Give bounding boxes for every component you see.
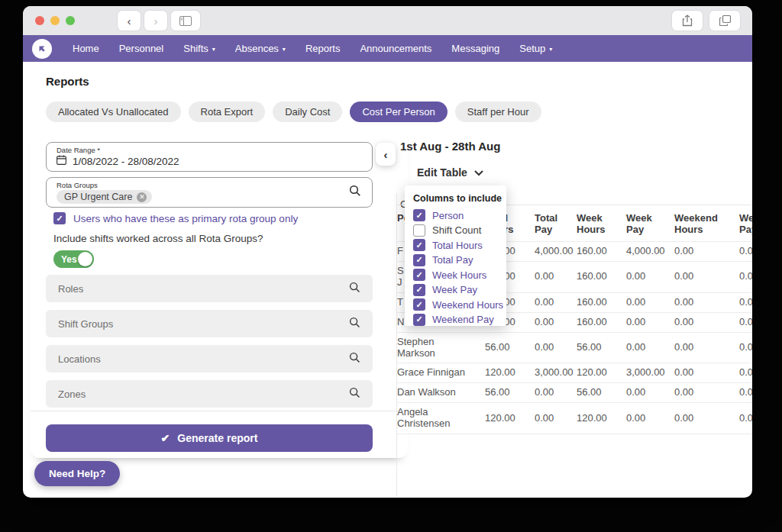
value-cell: 160.00 <box>577 292 626 312</box>
column-menu-item[interactable]: Weekend Hours <box>413 298 506 311</box>
value-cell: 56.00 <box>485 383 535 403</box>
person-name-cell: Dan Walkson <box>397 383 485 403</box>
nav-item[interactable]: Absences ▾ <box>225 35 296 62</box>
value-cell: 0.00 <box>739 292 752 312</box>
table-row: Stephen Markson56.000.0056.000.000.000.0… <box>397 332 752 363</box>
report-tab[interactable]: Daily Cost <box>273 102 342 122</box>
value-cell: 0.00 <box>535 332 577 363</box>
search-icon <box>349 387 360 401</box>
checkbox-icon <box>413 284 425 296</box>
nav-item[interactable]: Personnel ▾ <box>109 35 174 62</box>
checkbox-icon <box>413 254 425 266</box>
rota-group-tag: GP Urgent Care ✕ <box>57 190 152 204</box>
value-cell: 0.00 <box>674 383 739 403</box>
checkbox-icon <box>413 239 425 251</box>
search-icon <box>349 282 360 296</box>
value-cell: 120.00 <box>577 403 626 434</box>
include-shifts-question: Include shifts worked across all Rota Gr… <box>53 233 263 244</box>
report-tabs: Allocated Vs Unallocated Rota Export Dai… <box>46 102 541 122</box>
date-range-field[interactable]: Date Range * 1/08/2022 - 28/08/2022 <box>46 142 373 172</box>
column-header: Weekend Hours <box>674 205 739 242</box>
value-cell: 120.00 <box>485 403 535 434</box>
value-cell: 56.00 <box>577 332 626 363</box>
zoom-window-button[interactable] <box>66 16 75 25</box>
collapse-panel-button[interactable]: ‹ <box>376 143 396 166</box>
check-icon: ✔ <box>161 432 170 444</box>
value-cell: 0.00 <box>739 241 752 261</box>
nav-item[interactable]: Reports ▾ <box>296 35 351 62</box>
chevron-down-icon: ▾ <box>212 46 215 53</box>
forward-button[interactable]: › <box>144 11 167 31</box>
nav-item[interactable]: Announcements ▾ <box>350 35 441 62</box>
minimize-window-button[interactable] <box>50 16 60 25</box>
filter-search-field[interactable]: Zones <box>46 380 373 408</box>
column-menu-item[interactable]: Shift Count <box>413 224 506 237</box>
rota-groups-label: Rota Groups <box>57 181 363 189</box>
value-cell: 160.00 <box>577 241 626 261</box>
report-tab[interactable]: Allocated Vs Unallocated <box>46 102 181 122</box>
remove-tag-icon[interactable]: ✕ <box>137 192 147 202</box>
columns-menu-popup: Columns to include Person Shift Count To… <box>405 185 506 326</box>
value-cell: 4,000.00 <box>535 241 577 261</box>
filter-search-field[interactable]: Shift Groups <box>46 310 373 337</box>
person-name-cell: Angela Christensen <box>397 403 485 434</box>
nav-item[interactable]: Home ▾ <box>63 35 109 62</box>
value-cell: 0.00 <box>626 312 674 332</box>
value-cell: 3,000.00 <box>626 363 674 383</box>
nav-item[interactable]: Setup ▾ <box>509 35 562 62</box>
value-cell: 160.00 <box>577 312 626 332</box>
column-menu-item[interactable]: Week Hours <box>413 269 506 281</box>
value-cell: 0.00 <box>535 383 577 403</box>
value-cell: 0.00 <box>674 261 739 292</box>
report-tab[interactable]: Rota Export <box>189 102 266 122</box>
value-cell: 0.00 <box>739 363 752 383</box>
sidebar-toggle-icon[interactable] <box>171 11 200 31</box>
search-icon[interactable] <box>349 185 361 200</box>
rota-groups-field[interactable]: Rota Groups GP Urgent Care ✕ <box>46 177 373 208</box>
column-header: Week Hours <box>577 205 626 242</box>
checkbox-icon <box>413 298 425 311</box>
back-button[interactable]: ‹ <box>118 11 141 31</box>
tab-overview-icon[interactable] <box>709 11 740 31</box>
column-menu-item[interactable]: Week Pay <box>413 284 506 296</box>
table-row: Angela Christensen120.000.00120.000.000.… <box>397 403 752 434</box>
value-cell: 0.00 <box>674 332 739 363</box>
need-help-button[interactable]: Need Help? <box>34 461 120 486</box>
checkbox-icon <box>413 224 425 237</box>
nav-item[interactable]: Shifts ▾ <box>173 35 225 62</box>
close-window-button[interactable] <box>35 16 44 25</box>
date-range-value: 1/08/2022 - 28/08/2022 <box>73 156 179 167</box>
value-cell: 0.00 <box>739 261 752 292</box>
edit-table-button[interactable]: Edit Table <box>417 166 483 179</box>
value-cell: 0.00 <box>674 241 739 261</box>
report-tab[interactable]: Cost Per Person <box>350 102 447 122</box>
value-cell: 56.00 <box>577 383 626 403</box>
column-menu-item[interactable]: Total Pay <box>413 254 506 266</box>
filter-search-field[interactable]: Locations <box>46 345 373 372</box>
share-icon[interactable] <box>672 11 703 31</box>
table-row: Dan Walkson56.000.0056.000.000.000.00 <box>397 383 752 403</box>
column-menu-item[interactable]: Total Hours <box>413 239 506 251</box>
value-cell: 0.00 <box>739 403 752 434</box>
checkbox-checked-icon <box>53 212 66 224</box>
browser-toolbar: ‹ › <box>23 6 752 35</box>
column-menu-item[interactable]: Weekend Pay <box>413 314 506 326</box>
value-cell: 120.00 <box>577 363 626 383</box>
value-cell: 0.00 <box>739 332 752 363</box>
columns-menu-title: Columns to include <box>413 193 506 204</box>
filter-search-field[interactable]: Roles <box>46 275 373 302</box>
value-cell: 0.00 <box>626 332 674 363</box>
column-header: Week Pay <box>626 205 674 242</box>
value-cell: 0.00 <box>626 261 674 292</box>
value-cell: 0.00 <box>626 383 674 403</box>
column-menu-item[interactable]: Person <box>413 209 506 221</box>
calendar-icon <box>57 155 66 167</box>
rotacloud-logo-icon[interactable] <box>32 39 52 59</box>
person-name-cell: Grace Finnigan <box>397 363 485 383</box>
value-cell: 0.00 <box>535 312 577 332</box>
include-shifts-toggle[interactable]: Yes <box>53 250 94 268</box>
primary-rota-group-checkbox[interactable]: Users who have these as primary rota gro… <box>53 212 298 224</box>
report-tab[interactable]: Staff per Hour <box>455 102 541 122</box>
generate-report-button[interactable]: ✔ Generate report <box>46 424 373 452</box>
nav-item[interactable]: Messaging ▾ <box>441 35 509 62</box>
